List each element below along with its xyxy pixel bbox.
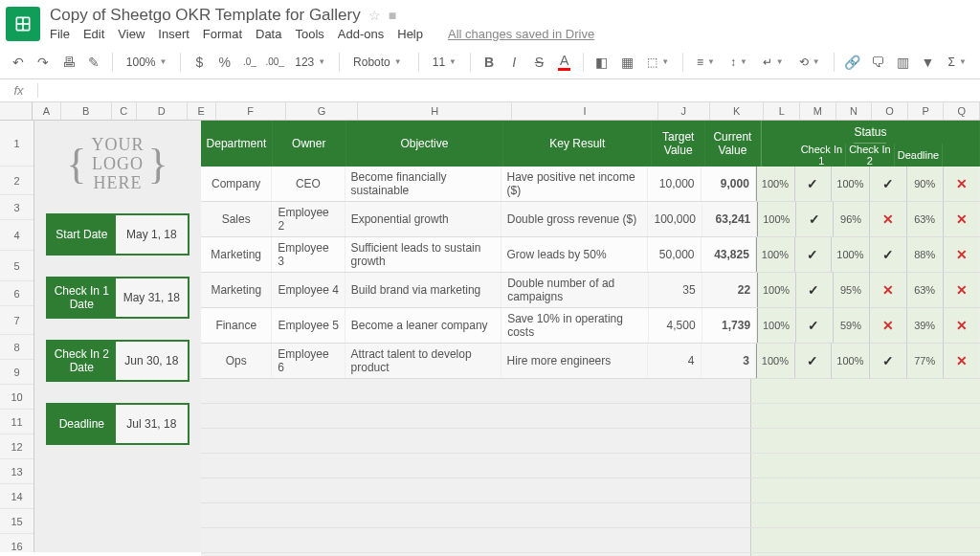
- row-header[interactable]: 1: [0, 121, 33, 167]
- cell-owner[interactable]: Employee 3: [272, 237, 345, 272]
- cell-owner[interactable]: Employee 6: [272, 344, 345, 378]
- row-header[interactable]: 6: [0, 281, 33, 306]
- cell-deadline-status[interactable]: ✕: [943, 167, 980, 201]
- cell-key-result[interactable]: Double gross revenue ($): [501, 202, 649, 236]
- menu-addons[interactable]: Add-ons: [338, 27, 384, 41]
- cell-check2-status[interactable]: ✕: [869, 202, 906, 236]
- col-header[interactable]: I: [512, 102, 657, 120]
- cell-owner[interactable]: Employee 2: [272, 202, 345, 236]
- cell-check1-pct[interactable]: 100%: [757, 273, 795, 307]
- filter-icon[interactable]: ▼: [917, 51, 938, 74]
- cell-current[interactable]: 63,241: [702, 202, 757, 236]
- cell-check2-status[interactable]: ✓: [869, 167, 906, 201]
- empty-row[interactable]: [201, 379, 980, 404]
- cell-check2-pct[interactable]: 100%: [831, 167, 869, 201]
- link-icon[interactable]: 🔗: [842, 51, 863, 74]
- cell-owner[interactable]: CEO: [272, 167, 345, 201]
- menu-file[interactable]: File: [50, 27, 70, 41]
- cell-check2-pct[interactable]: 100%: [831, 237, 869, 272]
- empty-row[interactable]: [201, 528, 980, 553]
- italic-icon[interactable]: I: [503, 51, 524, 74]
- cell-current[interactable]: 9,000: [702, 167, 756, 201]
- cell-key-result[interactable]: Have positive net income ($): [501, 167, 649, 201]
- chart-icon[interactable]: ▥: [892, 51, 913, 74]
- cell-check2-status[interactable]: ✓: [869, 344, 906, 378]
- row-header[interactable]: 10: [0, 385, 33, 410]
- cell-check1-status[interactable]: ✓: [794, 237, 832, 272]
- paint-format-icon[interactable]: ✎: [83, 51, 104, 74]
- col-header[interactable]: Q: [944, 102, 980, 120]
- col-header[interactable]: E: [188, 102, 216, 120]
- empty-row[interactable]: [201, 429, 980, 454]
- date-card-value[interactable]: Jul 31, 18: [116, 405, 188, 443]
- table-row[interactable]: CompanyCEOBecome financially sustainable…: [201, 167, 980, 202]
- cell-check2-pct[interactable]: 96%: [833, 202, 870, 236]
- font-combo[interactable]: Roboto▼: [347, 56, 411, 69]
- borders-icon[interactable]: ▦: [616, 51, 637, 74]
- bold-icon[interactable]: B: [479, 51, 500, 74]
- cell-check1-status[interactable]: ✓: [795, 273, 833, 307]
- cell-deadline-status[interactable]: ✕: [943, 344, 980, 378]
- cell-key-result[interactable]: Grow leads by 50%: [501, 237, 649, 272]
- col-header[interactable]: M: [800, 102, 836, 120]
- col-header[interactable]: K: [710, 102, 764, 120]
- h-align-combo[interactable]: ≡▼: [691, 56, 721, 69]
- functions-combo[interactable]: Σ▼: [943, 56, 972, 69]
- cell-objective[interactable]: Become a leaner company: [345, 308, 501, 343]
- col-header[interactable]: A: [33, 102, 61, 120]
- cell-deadline-pct[interactable]: 63%: [906, 202, 944, 236]
- table-row[interactable]: MarketingEmployee 3Sufficient leads to s…: [201, 237, 980, 273]
- cell-objective[interactable]: Sufficient leads to sustain growth: [345, 237, 501, 272]
- cell-department[interactable]: Ops: [201, 344, 272, 378]
- cell-target[interactable]: 4,500: [649, 308, 702, 343]
- row-header[interactable]: 4: [0, 220, 33, 251]
- row-header[interactable]: 7: [0, 306, 33, 335]
- cell-target[interactable]: 100,000: [648, 202, 702, 236]
- cell-owner[interactable]: Employee 4: [272, 273, 345, 307]
- menu-view[interactable]: View: [118, 27, 145, 41]
- empty-row[interactable]: [201, 478, 980, 503]
- cell-check2-pct[interactable]: 95%: [833, 273, 870, 307]
- fill-color-icon[interactable]: ◧: [591, 51, 612, 74]
- cell-department[interactable]: Marketing: [201, 273, 272, 307]
- cell-target[interactable]: 4: [648, 344, 701, 378]
- cell-department[interactable]: Sales: [201, 202, 272, 236]
- col-header[interactable]: D: [137, 102, 188, 120]
- cell-deadline-status[interactable]: ✕: [943, 202, 980, 236]
- col-header[interactable]: F: [216, 102, 286, 120]
- row-header[interactable]: 14: [0, 484, 33, 509]
- col-header[interactable]: H: [358, 102, 512, 120]
- redo-icon[interactable]: ↷: [33, 51, 54, 74]
- strikethrough-icon[interactable]: S: [528, 51, 549, 74]
- folder-icon[interactable]: ■: [389, 8, 396, 23]
- rotate-combo[interactable]: ⟲▼: [793, 56, 826, 69]
- cell-deadline-status[interactable]: ✕: [943, 308, 980, 343]
- cell-check2-pct[interactable]: 100%: [831, 344, 869, 378]
- cell-deadline-pct[interactable]: 39%: [906, 308, 944, 343]
- cell-deadline-status[interactable]: ✕: [943, 273, 980, 307]
- table-row[interactable]: OpsEmployee 6Attract talent to develop p…: [201, 344, 980, 379]
- cell-objective[interactable]: Attract talent to develop product: [345, 344, 501, 378]
- cell-key-result[interactable]: Hire more engineers: [501, 344, 649, 378]
- row-header[interactable]: 8: [0, 335, 33, 360]
- cell-department[interactable]: Company: [201, 167, 272, 201]
- merge-combo[interactable]: ⬚▼: [641, 56, 675, 69]
- menu-insert[interactable]: Insert: [158, 27, 189, 41]
- cell-check1-pct[interactable]: 100%: [757, 308, 795, 343]
- cell-target[interactable]: 10,000: [648, 167, 701, 201]
- cell-deadline-pct[interactable]: 90%: [906, 167, 944, 201]
- cell-check2-pct[interactable]: 59%: [833, 308, 870, 343]
- cell-objective[interactable]: Exponential growth: [345, 202, 501, 236]
- row-header[interactable]: 2: [0, 167, 33, 195]
- cell-deadline-pct[interactable]: 63%: [906, 273, 944, 307]
- zoom-combo[interactable]: 100%▼: [121, 56, 173, 69]
- table-row[interactable]: MarketingEmployee 4Build brand via marke…: [201, 273, 980, 308]
- doc-title[interactable]: Copy of Sheetgo OKR Template for Gallery…: [50, 6, 594, 25]
- menu-format[interactable]: Format: [203, 27, 242, 41]
- percent-icon[interactable]: %: [214, 51, 235, 74]
- cell-check1-status[interactable]: ✓: [794, 167, 832, 201]
- row-header[interactable]: 3: [0, 195, 33, 220]
- table-row[interactable]: FinanceEmployee 5Become a leaner company…: [201, 308, 980, 344]
- col-header[interactable]: N: [836, 102, 873, 120]
- cell-current[interactable]: 43,825: [702, 237, 756, 272]
